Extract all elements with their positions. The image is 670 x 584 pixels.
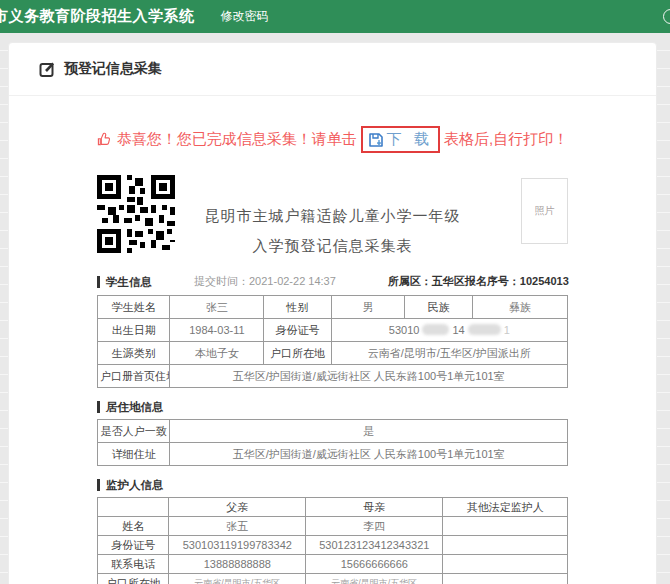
birthdate-value: 1984-03-11 (170, 319, 264, 342)
father-hukou: 云南省/昆明市/五华区 (169, 574, 306, 584)
guardian-section-header: 监护人信息 (97, 479, 568, 491)
table-row: 学生姓名 张三 性别 男 民族 彝族 (98, 296, 568, 319)
change-password-menu-item[interactable]: 修改密码 (221, 8, 269, 25)
download-button[interactable]: 下 载 (361, 126, 440, 153)
download-button-label: 下 载 (387, 130, 433, 149)
table-row: 户口册首页住址 五华区/护国街道/威远街社区 人民东路100号1单元101室 (98, 365, 568, 388)
photo-placeholder-label: 照片 (535, 204, 555, 218)
birthdate-label: 出生日期 (98, 319, 170, 342)
mother-phone: 15666666666 (306, 555, 443, 574)
mother-column-header: 母亲 (306, 498, 443, 517)
guardian-hukou-label: 户口所在地 (98, 574, 169, 584)
table-row: 出生日期 1984-03-11 身份证号 53010141 (98, 319, 568, 342)
origin-type-label: 生源类别 (98, 342, 170, 365)
serial-number: 报名序号：10254013 (465, 274, 569, 289)
guardian-section-title: 监护人信息 (97, 479, 164, 491)
father-id: 530103119199783342 (169, 536, 306, 555)
father-name: 张五 (169, 517, 306, 536)
residence-info-table: 是否人户一致 是 详细住址 五华区/护国街道/威远街社区 人民东路100号1单元… (97, 419, 568, 466)
table-row: 是否人户一致 是 (98, 420, 568, 443)
other-phone (443, 555, 568, 574)
notice-suffix-text: 表格后,自行打印！ (444, 130, 568, 149)
pre-registration-card: 预登记信息采集 恭喜您！您已完成信息采集！请单击 下 载 表格后,自行打印！ (8, 42, 657, 584)
mother-hukou: 云南省/昆明市/五华区 (306, 574, 443, 584)
edit-icon (39, 61, 56, 78)
booklet-address-label: 户口册首页住址 (98, 365, 170, 388)
other-name (443, 517, 568, 536)
guardian-corner-cell (98, 498, 169, 517)
father-phone: 13888888888 (169, 555, 306, 574)
save-icon (368, 132, 384, 148)
table-row: 联系电话 13888888888 15666666666 (98, 555, 568, 574)
gender-value: 男 (331, 296, 405, 319)
other-hukou (443, 574, 568, 584)
booklet-address-value: 五华区/护国街道/威远街社区 人民东路100号1单元101室 (170, 365, 568, 388)
thumbs-up-icon (97, 132, 112, 147)
id-number-value: 53010141 (331, 319, 567, 342)
table-row: 姓名 张五 李四 (98, 517, 568, 536)
hukou-location-label: 户口所在地 (264, 342, 331, 365)
table-row: 生源类别 本地子女 户口所在地 云南省/昆明市/五华区/护国派出所 (98, 342, 568, 365)
hukou-location-value: 云南省/昆明市/五华区/护国派出所 (331, 342, 567, 365)
mother-name: 李四 (306, 517, 443, 536)
origin-type-value: 本地子女 (170, 342, 264, 365)
ethnicity-value: 彝族 (472, 296, 567, 319)
residence-section-title: 居住地信息 (97, 401, 164, 413)
ethnicity-label: 民族 (405, 296, 472, 319)
mother-id: 530123123412343321 (306, 536, 443, 555)
redacted-block (422, 324, 449, 335)
household-match-value: 是 (170, 420, 568, 443)
father-column-header: 父亲 (169, 498, 306, 517)
other-guardian-column-header: 其他法定监护人 (443, 498, 568, 517)
success-notice: 恭喜您！您已完成信息采集！请单击 下 载 表格后,自行打印！ (9, 126, 656, 153)
student-name-label: 学生姓名 (98, 296, 170, 319)
submit-time: 提交时间：2021-02-22 14:37 (194, 274, 336, 289)
top-navigation-bar: 市义务教育阶段招生入学系统 修改密码 (0, 0, 670, 33)
household-match-label: 是否人户一致 (98, 420, 170, 443)
guardian-phone-label: 联系电话 (98, 555, 169, 574)
user-avatar-icon[interactable] (663, 9, 670, 24)
card-header: 预登记信息采集 (9, 43, 656, 96)
gender-label: 性别 (264, 296, 331, 319)
other-id (443, 536, 568, 555)
id-number-label: 身份证号 (264, 319, 331, 342)
table-row: 详细住址 五华区/护国街道/威远街社区 人民东路100号1单元101室 (98, 443, 568, 466)
student-name-value: 张三 (170, 296, 264, 319)
table-row: 父亲 母亲 其他法定监护人 (98, 498, 568, 517)
page-title: 预登记信息采集 (64, 60, 162, 78)
student-section-title: 学生信息 (97, 276, 152, 288)
residence-section-header: 居住地信息 (97, 401, 568, 413)
guardian-name-label: 姓名 (98, 517, 169, 536)
detail-address-label: 详细住址 (98, 443, 170, 466)
redacted-block (468, 324, 501, 335)
table-row: 身份证号 530103119199783342 5301231234123433… (98, 536, 568, 555)
system-title: 市义务教育阶段招生入学系统 (0, 7, 195, 26)
form-header: 昆明市主城户籍适龄儿童小学一年级 入学预登记信息采集表 照片 (97, 175, 568, 261)
notice-prefix-text: 恭喜您！您已完成信息采集！请单击 (117, 130, 357, 149)
qr-code (97, 175, 175, 253)
student-info-table: 学生姓名 张三 性别 男 民族 彝族 出生日期 1984-03-11 身份证号 … (97, 295, 568, 388)
student-section-header: 学生信息 提交时间：2021-02-22 14:37 所属区：五华区 报名序号：… (97, 274, 568, 289)
submission-meta: 提交时间：2021-02-22 14:37 所属区：五华区 报名序号：10254… (152, 274, 569, 289)
district: 所属区：五华区 (388, 274, 465, 289)
detail-address-value: 五华区/护国街道/威远街社区 人民东路100号1单元101室 (170, 443, 568, 466)
guardian-info-table: 父亲 母亲 其他法定监护人 姓名 张五 李四 身份证号 530103119199… (97, 497, 568, 584)
guardian-id-label: 身份证号 (98, 536, 169, 555)
table-row: 户口所在地 云南省/昆明市/五华区 云南省/昆明市/五华区 (98, 574, 568, 584)
photo-placeholder: 照片 (521, 178, 568, 244)
